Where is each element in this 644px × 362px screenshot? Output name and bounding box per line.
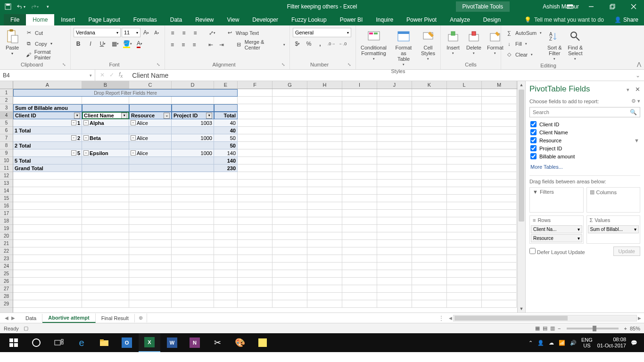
zoom-level[interactable]: 85%: [630, 326, 640, 331]
expand-formula-bar-icon[interactable]: ⌄: [632, 72, 644, 79]
filter-dropdown-icon[interactable]: ▾: [74, 113, 80, 119]
cut-button[interactable]: ✂Cut: [24, 28, 67, 38]
underline-icon[interactable]: U▾: [98, 39, 107, 49]
col-header-f[interactable]: F: [238, 81, 272, 89]
pivot-col-total[interactable]: Total: [214, 112, 238, 119]
select-all-triangle[interactable]: [0, 81, 13, 89]
collapse-icon[interactable]: −: [131, 150, 136, 156]
zoom-out-icon[interactable]: −: [558, 326, 561, 331]
collapse-icon[interactable]: −: [83, 135, 89, 140]
tab-insert[interactable]: Insert: [54, 14, 82, 25]
people-icon[interactable]: 👤: [537, 340, 544, 346]
clear-button[interactable]: ◇Clear▾: [504, 49, 543, 59]
zoom-in-icon[interactable]: +: [624, 326, 627, 331]
outlook-icon[interactable]: O: [116, 333, 138, 352]
tab-analyze[interactable]: Analyze: [443, 14, 477, 25]
cortana-icon[interactable]: [25, 333, 47, 352]
normal-view-icon[interactable]: ▦: [535, 325, 540, 331]
close-icon[interactable]: [623, 0, 644, 13]
scroll-thumb[interactable]: [454, 316, 568, 321]
scroll-up-icon[interactable]: ▲: [518, 81, 525, 89]
paint-icon[interactable]: 🎨: [229, 333, 251, 352]
fx-icon[interactable]: fx: [119, 71, 123, 79]
chevron-down-icon[interactable]: ▾: [578, 227, 580, 232]
tell-me-search[interactable]: 💡Tell me what you want to do: [520, 14, 609, 25]
col-header-m[interactable]: M: [482, 81, 517, 89]
col-header-e[interactable]: E: [214, 81, 238, 89]
delete-cells-button[interactable]: Delete▾: [464, 28, 483, 56]
pivot-col-clientname[interactable]: Client Name▾: [82, 112, 129, 119]
conditional-formatting-button[interactable]: Conditional Formatting▾: [359, 28, 388, 62]
collapse-icon[interactable]: −: [83, 150, 89, 156]
tab-power-pivot[interactable]: Power Pivot: [400, 14, 443, 25]
excel-icon[interactable]: X: [139, 333, 160, 352]
clock[interactable]: 08:0801-Oct-2017: [597, 337, 626, 349]
format-painter-button[interactable]: 🖌Format Painter: [24, 49, 67, 59]
name-box[interactable]: B4▾: [0, 70, 95, 81]
filter-icon[interactable]: ▼: [634, 138, 639, 143]
wrap-text-button[interactable]: ↩Wrap Text: [224, 28, 260, 38]
page-break-icon[interactable]: ▥: [550, 325, 555, 331]
row-header[interactable]: 1: [0, 89, 13, 97]
font-size-combo[interactable]: 11▾: [122, 28, 140, 37]
language-indicator[interactable]: ENGUS: [581, 337, 593, 348]
task-view-icon[interactable]: [48, 333, 70, 352]
minimize-icon[interactable]: [580, 0, 602, 13]
scroll-down-icon[interactable]: ▼: [518, 305, 525, 313]
cell-styles-button[interactable]: Cell Styles▾: [419, 28, 438, 62]
ptfields-dropdown-icon[interactable]: ▾: [627, 87, 629, 92]
align-right-icon[interactable]: ≡: [190, 40, 198, 49]
volume-icon[interactable]: 🔊: [570, 340, 577, 346]
sheet-data[interactable]: Data: [20, 314, 42, 322]
tab-view[interactable]: View: [221, 14, 246, 25]
decrease-font-icon[interactable]: A▾: [152, 28, 161, 37]
share-button[interactable]: 👤Share: [609, 14, 644, 25]
pivot-col-projectid[interactable]: Project ID▾: [172, 112, 214, 119]
increase-font-icon[interactable]: A▴: [141, 28, 151, 37]
pivot-filter-dropzone[interactable]: Drop Report Filter Fields Here: [13, 89, 238, 97]
sticky-notes-icon[interactable]: [252, 333, 273, 352]
field-clientname[interactable]: Client Name: [529, 128, 640, 136]
column-headers[interactable]: A B C D E F G H I J K L M: [13, 81, 517, 89]
collapse-icon[interactable]: −: [71, 150, 76, 156]
merge-center-button[interactable]: ⊟Merge & Center▾: [234, 40, 287, 49]
pivot-col-resource[interactable]: Resource⌄: [129, 112, 172, 119]
undo-icon[interactable]: ▾: [17, 2, 25, 11]
border-icon[interactable]: ▦▾: [110, 39, 120, 49]
tab-developer[interactable]: Developer: [246, 14, 285, 25]
font-name-combo[interactable]: Verdana▾: [74, 28, 121, 37]
col-header-i[interactable]: I: [342, 81, 377, 89]
align-top-icon[interactable]: ≡: [168, 28, 177, 38]
decrease-decimal-icon[interactable]: ←.0: [338, 39, 347, 49]
onedrive-icon[interactable]: ☁: [549, 340, 554, 346]
wifi-icon[interactable]: 📶: [559, 340, 565, 346]
align-left-icon[interactable]: ≡: [168, 40, 177, 49]
field-clientid[interactable]: Client ID: [529, 120, 640, 128]
align-center-icon[interactable]: ≡: [179, 40, 188, 49]
sheet-nav-next-icon[interactable]: ▶: [11, 315, 15, 321]
col-header-h[interactable]: H: [307, 81, 342, 89]
word-icon[interactable]: W: [161, 333, 183, 352]
collapse-ribbon-icon[interactable]: ⋀: [637, 61, 641, 67]
alignment-launcher-icon[interactable]: ⤡: [280, 62, 287, 67]
sort-filter-button[interactable]: AZSort & Filter▾: [545, 28, 564, 62]
scroll-left-icon[interactable]: ◀: [449, 316, 452, 321]
collapse-icon[interactable]: −: [71, 135, 76, 140]
add-sheet-button[interactable]: ⊕: [135, 313, 147, 322]
more-tables-link[interactable]: More Tables...: [529, 160, 640, 173]
horizontal-scrollbar[interactable]: [453, 315, 637, 321]
filter-applied-icon[interactable]: ⌄: [164, 113, 170, 119]
number-format-combo[interactable]: General▾: [293, 28, 351, 37]
number-launcher-icon[interactable]: ⤡: [346, 62, 353, 67]
bold-icon[interactable]: B: [74, 39, 83, 49]
field-projectid[interactable]: Project ID: [529, 144, 640, 152]
tab-power-bi[interactable]: Power BI: [333, 14, 370, 25]
scroll-right-icon[interactable]: ▶: [638, 316, 641, 321]
col-header-k[interactable]: K: [412, 81, 447, 89]
align-middle-icon[interactable]: ≡: [179, 28, 189, 38]
col-header-l[interactable]: L: [447, 81, 482, 89]
save-icon[interactable]: [4, 2, 12, 11]
collapse-icon[interactable]: −: [131, 120, 136, 125]
vertical-scrollbar[interactable]: ▲ ▼: [517, 81, 525, 313]
percent-icon[interactable]: %: [304, 39, 314, 49]
